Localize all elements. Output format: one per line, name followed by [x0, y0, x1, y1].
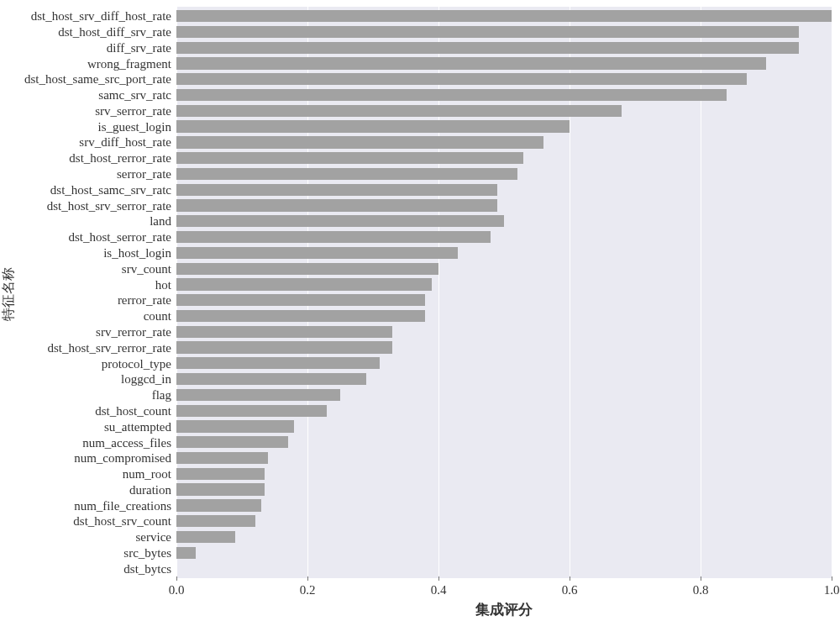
- bar-row: [176, 405, 832, 417]
- y-tick-label: dst_host_serror_rate: [0, 231, 171, 244]
- y-tick-label: samc_srv_ratc: [0, 89, 171, 102]
- bar-row: [176, 452, 832, 464]
- y-tick-label: diff_srv_rate: [0, 41, 171, 54]
- x-tick-label: 0.2: [300, 583, 316, 597]
- x-tick-label: 0.8: [693, 583, 709, 597]
- bar: [176, 89, 727, 101]
- y-tick-label: service: [0, 531, 171, 544]
- bar-row: [176, 547, 832, 559]
- bar-row: [176, 483, 832, 495]
- bar-row: [176, 420, 832, 432]
- x-tick-label: 0.0: [169, 583, 185, 597]
- y-axis-labels: dst_host_srv_diff_host_ratedst_host_diff…: [0, 7, 171, 571]
- y-tick-label: dst_host_count: [0, 404, 171, 417]
- bar: [176, 373, 366, 385]
- bar: [176, 531, 235, 543]
- bar: [176, 199, 497, 211]
- bar-row: [176, 294, 832, 306]
- y-tick-label: srv_rerror_rate: [0, 325, 171, 338]
- bar-row: [176, 263, 832, 275]
- y-tick-label: land: [0, 215, 171, 228]
- bar-row: [176, 531, 832, 543]
- bar: [176, 499, 261, 511]
- bar-row: [176, 199, 832, 211]
- bar: [176, 10, 832, 22]
- bar: [176, 184, 497, 196]
- bar-row: [176, 231, 832, 243]
- bar-row: [176, 515, 832, 527]
- y-tick-label: num_file_creations: [0, 499, 171, 512]
- bar: [176, 389, 340, 401]
- bar: [176, 231, 491, 243]
- bar-row: [176, 499, 832, 511]
- bar-row: [176, 357, 832, 369]
- y-tick-label: duration: [0, 483, 171, 496]
- y-tick-label: dst_bytcs: [0, 562, 171, 575]
- y-tick-label: hot: [0, 278, 171, 291]
- bar-row: [176, 436, 832, 448]
- bar-row: [176, 73, 832, 85]
- bar: [176, 152, 523, 164]
- y-tick-label: dst_host_srv_serror_rate: [0, 199, 171, 212]
- bar-row: [176, 136, 832, 148]
- y-tick-label: su_attempted: [0, 420, 171, 433]
- x-tick-mark: [832, 576, 832, 581]
- x-tick-mark: [438, 576, 439, 581]
- bar-row: [176, 26, 832, 38]
- x-tick-mark: [570, 576, 570, 581]
- bar: [176, 357, 380, 369]
- x-tick-mark: [307, 576, 308, 581]
- y-tick-label: rerror_rate: [0, 294, 171, 307]
- bar: [176, 57, 766, 69]
- y-tick-label: srv_serror_rate: [0, 104, 171, 117]
- bar-row: [176, 247, 832, 259]
- bar-row: [176, 42, 832, 54]
- y-tick-label: dst_host_samc_srv_ratc: [0, 183, 171, 196]
- x-tick-label: 0.6: [562, 583, 578, 597]
- y-tick-label: srv_diff_host_rate: [0, 136, 171, 149]
- bar-row: [176, 468, 832, 480]
- bar-row: [176, 373, 832, 385]
- bar-row: [176, 215, 832, 227]
- bar-row: [176, 341, 832, 353]
- bar-row: [176, 278, 832, 290]
- bar: [176, 294, 425, 306]
- bar: [176, 26, 799, 38]
- bar: [176, 326, 392, 338]
- y-tick-label: is_host_login: [0, 247, 171, 260]
- bar-row: [176, 326, 832, 338]
- bar-row: [176, 89, 832, 101]
- x-tick-label: 1.0: [824, 583, 840, 597]
- y-tick-label: src_bytes: [0, 547, 171, 560]
- bar: [176, 310, 425, 322]
- y-tick-label: dst_host_srv_count: [0, 515, 171, 528]
- y-tick-label: num_access_files: [0, 436, 171, 449]
- bar-row: [176, 10, 832, 22]
- bar: [176, 215, 504, 227]
- bar-row: [176, 57, 832, 69]
- bar-row: [176, 389, 832, 401]
- y-tick-label: dst_host_rerror_rate: [0, 152, 171, 165]
- bar: [176, 547, 196, 559]
- y-tick-label: srv_count: [0, 262, 171, 275]
- bar: [176, 436, 288, 448]
- bar: [176, 120, 570, 132]
- y-tick-label: wrong_fragment: [0, 57, 171, 70]
- bar-row: [176, 152, 832, 164]
- bar-row: [176, 105, 832, 117]
- bar: [176, 247, 458, 259]
- bar-row: [176, 168, 832, 180]
- x-tick-label: 0.4: [431, 583, 447, 597]
- y-tick-label: dst_host_srv_rerror_rate: [0, 341, 171, 354]
- bar-row: [176, 184, 832, 196]
- bar: [176, 341, 392, 353]
- y-tick-label: protocol_type: [0, 357, 171, 370]
- chart-plot-area: [176, 7, 832, 578]
- bar: [176, 515, 255, 527]
- y-tick-label: serror_rate: [0, 168, 171, 181]
- y-tick-label: count: [0, 310, 171, 323]
- bars-container: [176, 10, 832, 575]
- y-tick-label: num_compromised: [0, 452, 171, 465]
- y-tick-label: num_root: [0, 468, 171, 481]
- y-tick-label: flag: [0, 389, 171, 402]
